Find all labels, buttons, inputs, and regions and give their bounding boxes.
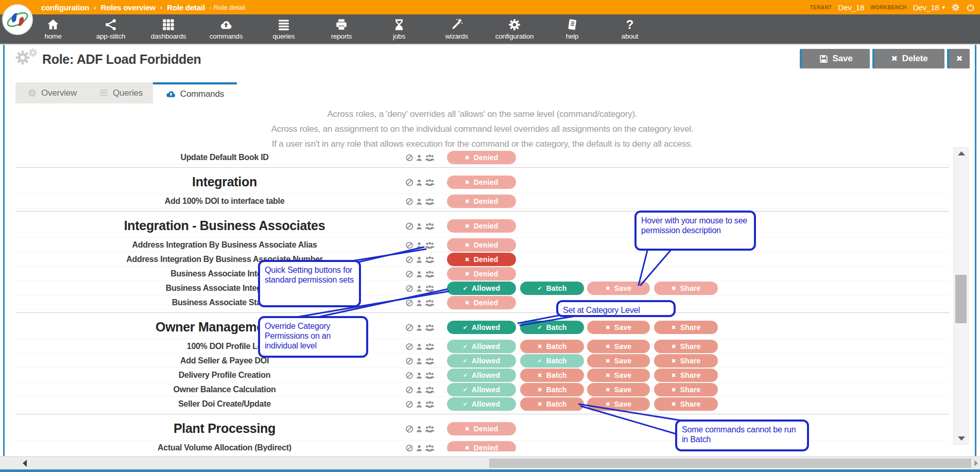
permission-pill-allowed[interactable]: ✔Allowed: [447, 354, 516, 368]
breadcrumb-item-configuration[interactable]: configuration: [41, 3, 89, 12]
permission-pill-denied[interactable]: ✖Denied: [447, 267, 516, 281]
deny-all-icon[interactable]: [405, 241, 414, 249]
permission-pill-share[interactable]: ✖Share: [654, 340, 718, 353]
horizontal-scroll-thumb[interactable]: [489, 459, 971, 468]
permission-pill-allowed[interactable]: ✔Allowed: [447, 383, 516, 396]
permission-pill-save[interactable]: ✖Save: [587, 383, 650, 396]
permission-pill-batch[interactable]: ✔Batch: [520, 282, 584, 295]
nav-item-queries[interactable]: queries: [255, 14, 313, 44]
permission-pill-denied[interactable]: ✖Denied: [447, 296, 516, 309]
nav-item-commands[interactable]: commands: [197, 14, 255, 44]
scroll-right-arrow[interactable]: [974, 460, 978, 466]
user-icon[interactable]: [416, 285, 423, 292]
permission-pill-share[interactable]: ✖Share: [654, 321, 718, 334]
user-icon[interactable]: [416, 256, 423, 264]
user-icon[interactable]: [416, 178, 423, 187]
permission-pill-share[interactable]: ✖Share: [654, 282, 718, 295]
group-icon[interactable]: [425, 323, 435, 333]
user-icon[interactable]: [416, 221, 423, 231]
nav-item-help[interactable]: help: [543, 14, 601, 44]
user-icon[interactable]: [416, 270, 423, 278]
permission-pill-batch[interactable]: ✖Batch: [520, 369, 584, 382]
permission-pill-denied[interactable]: ✖Denied: [447, 151, 516, 164]
user-icon[interactable]: [416, 343, 423, 351]
nav-item-dashboards[interactable]: dashboards: [140, 14, 197, 44]
user-icon[interactable]: [416, 386, 423, 394]
horizontal-scrollbar[interactable]: [0, 456, 980, 469]
deny-all-icon[interactable]: [405, 285, 414, 292]
permission-pill-save[interactable]: ✖Save: [587, 369, 650, 382]
permission-pill-batch[interactable]: ✖Batch: [520, 397, 584, 411]
permission-pill-save[interactable]: ✖Save: [587, 397, 650, 411]
deny-all-icon[interactable]: [405, 372, 414, 379]
permission-pill-batch[interactable]: ✖Batch: [520, 340, 584, 353]
scroll-down-arrow[interactable]: [958, 436, 965, 441]
delete-button[interactable]: ✖ Delete: [872, 49, 944, 68]
deny-all-icon[interactable]: [405, 386, 414, 394]
group-icon[interactable]: [425, 357, 435, 365]
group-icon[interactable]: [425, 400, 435, 408]
workbench-value[interactable]: Dev_18: [913, 3, 939, 12]
group-icon[interactable]: [425, 372, 435, 379]
breadcrumb-item-roles-overview[interactable]: Roles overview: [101, 3, 156, 12]
permission-pill-denied[interactable]: ✖Denied: [447, 422, 516, 435]
deny-all-icon[interactable]: [405, 343, 414, 351]
group-icon[interactable]: [425, 241, 435, 249]
permission-pill-denied[interactable]: ✖Denied: [447, 219, 516, 233]
user-icon[interactable]: [416, 444, 423, 452]
deny-all-icon[interactable]: [405, 198, 414, 205]
permission-pill-share[interactable]: ✖Share: [654, 354, 718, 368]
permission-pill-allowed[interactable]: ✔Allowed: [447, 369, 516, 382]
permission-pill-allowed[interactable]: ✔Allowed: [447, 321, 516, 334]
permission-pill-batch[interactable]: ✔Batch: [520, 321, 584, 334]
group-icon[interactable]: [425, 285, 435, 292]
deny-all-icon[interactable]: [405, 424, 414, 434]
nav-item-configuration[interactable]: configuration: [486, 14, 543, 44]
tab-commands-active[interactable]: Commands: [153, 82, 237, 103]
vertical-scrollbar[interactable]: [953, 147, 969, 445]
permission-pill-denied[interactable]: ✖Denied: [447, 176, 516, 189]
scroll-left-arrow[interactable]: [23, 460, 27, 467]
nav-item-about[interactable]: ?about: [601, 14, 659, 44]
permission-pill-denied[interactable]: ✖Denied: [447, 441, 516, 451]
group-icon[interactable]: [425, 270, 435, 278]
group-icon[interactable]: [425, 178, 435, 187]
power-icon[interactable]: [966, 3, 975, 12]
user-icon[interactable]: [416, 357, 423, 365]
nav-item-jobs[interactable]: jobs: [370, 14, 428, 44]
deny-all-icon[interactable]: [405, 221, 414, 231]
breadcrumb-item-role-detail[interactable]: Role detail: [167, 3, 205, 12]
permission-pill-allowed[interactable]: ✔Allowed: [447, 397, 516, 411]
nav-item-app-stitch[interactable]: app-stitch: [82, 14, 140, 44]
permission-pill-save[interactable]: ✖Save: [587, 354, 650, 368]
permission-pill-save[interactable]: ✖Save: [587, 282, 650, 295]
deny-all-icon[interactable]: [405, 400, 414, 408]
deny-all-icon[interactable]: [405, 299, 414, 307]
user-icon[interactable]: [416, 323, 423, 333]
user-icon[interactable]: [416, 241, 423, 249]
permission-pill-denied[interactable]: ✖Denied: [447, 253, 516, 266]
permission-pill-denied[interactable]: ✖Denied: [447, 195, 516, 208]
vertical-scroll-thumb[interactable]: [955, 275, 967, 323]
permission-pill-save[interactable]: ✖Save: [587, 321, 650, 334]
permission-pill-save[interactable]: ✖Save: [587, 340, 650, 353]
group-icon[interactable]: [425, 299, 435, 307]
app-logo[interactable]: [2, 4, 33, 35]
user-icon[interactable]: [416, 424, 423, 434]
chevron-down-icon[interactable]: ▾: [942, 4, 945, 11]
deny-all-icon[interactable]: [405, 270, 414, 278]
user-icon[interactable]: [416, 198, 423, 205]
user-icon[interactable]: [416, 154, 423, 162]
permission-pill-allowed[interactable]: ✔Allowed: [447, 282, 516, 295]
group-icon[interactable]: [425, 198, 435, 205]
scroll-up-arrow[interactable]: [958, 151, 965, 155]
user-icon[interactable]: [416, 400, 423, 408]
close-button[interactable]: ✖: [947, 49, 970, 68]
deny-all-icon[interactable]: [405, 154, 414, 162]
deny-all-icon[interactable]: [405, 178, 414, 187]
group-icon[interactable]: [425, 386, 435, 394]
deny-all-icon[interactable]: [405, 256, 414, 264]
deny-all-icon[interactable]: [405, 357, 414, 365]
settings-gear-icon[interactable]: [951, 3, 960, 12]
permission-pill-batch[interactable]: ✔Batch: [520, 354, 584, 368]
